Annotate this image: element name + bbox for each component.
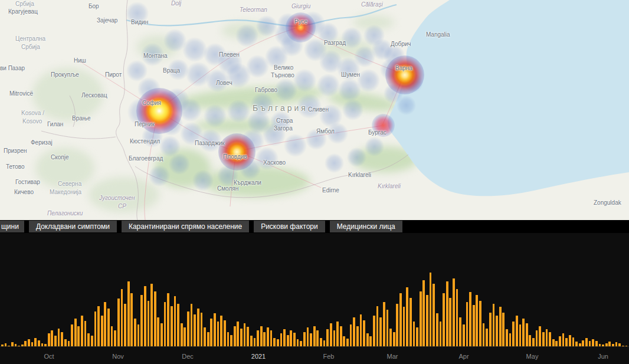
chart-bar (184, 327, 186, 347)
chart-bar (320, 338, 322, 347)
chart-bar (436, 313, 438, 347)
heat-point (300, 11, 325, 36)
map-label: Призрен (4, 147, 27, 154)
chart-bar (360, 314, 362, 347)
chart-bar (130, 293, 133, 347)
terrain-patch (35, 147, 94, 189)
heat-point (192, 170, 214, 191)
map-label: Македонија (50, 189, 81, 195)
chart-bar (244, 323, 246, 347)
map-label: Гостивар (15, 179, 40, 185)
heat-point (354, 46, 375, 67)
heat-point (255, 147, 279, 170)
heat-point (126, 2, 149, 25)
map-label: Бор (89, 3, 99, 9)
chart-bar (565, 338, 568, 347)
chart-bar (220, 316, 222, 347)
chart-bar (479, 301, 481, 347)
chart-bar (469, 292, 471, 347)
heat-point (206, 69, 229, 92)
map-label: СР (118, 203, 126, 209)
tab-quarantined-vs-population[interactable]: Карантинирани спрямо население (122, 221, 249, 232)
chart-bar (307, 327, 309, 347)
heat-point (126, 60, 148, 81)
timeline-chart-panel[interactable]: OctNovDec2021FebMarAprMayJun (0, 233, 629, 364)
chart-bar (293, 333, 296, 347)
chart-bar (160, 323, 163, 347)
heat-point (160, 113, 183, 136)
heat-point (199, 129, 222, 152)
heat-point (274, 23, 297, 46)
heat-point (284, 134, 307, 157)
chart-bar (140, 295, 143, 347)
tab-risk-factors[interactable]: Рискови фактори (254, 221, 325, 232)
covid-dashboard: България СрбијаКрагујевацБорЗајечарВидин… (0, 0, 629, 364)
chart-bar (254, 338, 256, 347)
map-label: Zonguldak (594, 199, 621, 206)
chart-bar (104, 302, 106, 347)
chart-bar (512, 322, 515, 347)
map-label: Скопје (51, 154, 68, 160)
terrain-patch (319, 39, 375, 58)
chart-bar (97, 306, 100, 347)
chart-bar (409, 298, 412, 347)
tab-clipped-left[interactable]: щини (0, 221, 24, 232)
chart-bar (114, 330, 116, 347)
heat-hotspot (286, 12, 316, 42)
chart-bar (61, 332, 63, 347)
map-label: Перник (135, 121, 155, 127)
chart-bar (376, 306, 379, 347)
heat-point (163, 29, 186, 52)
chart-bar (496, 316, 498, 347)
chart-bar (346, 339, 349, 347)
heat-point (141, 43, 164, 66)
map-label: Ниш (74, 57, 86, 64)
chart-bar (247, 327, 249, 347)
chart-bar (453, 278, 455, 347)
chart-bar (111, 326, 113, 347)
chart-bar (197, 309, 199, 347)
chart-bar (167, 293, 169, 347)
chart-bar (330, 323, 332, 347)
chart-bar (81, 316, 83, 347)
map-label: Србија (21, 44, 40, 50)
map-labels: България СрбијаКрагујевацБорЗајечарВидин… (0, 0, 629, 220)
chart-bar (174, 296, 176, 347)
tab-reported-symptoms[interactable]: Докладвани симптоми (29, 221, 117, 232)
heat-point (384, 45, 405, 66)
map-label: Стара (276, 117, 293, 124)
chart-bar (473, 305, 475, 347)
map-view[interactable]: България СрбијаКрагујевацБорЗајечарВидин… (0, 0, 629, 220)
heat-point (168, 59, 189, 80)
tab-medical-staff[interactable]: Медицински лица (330, 221, 402, 232)
heat-hotspot (218, 133, 255, 170)
heat-point (317, 22, 339, 44)
heat-point (277, 13, 299, 34)
heat-point (235, 24, 258, 47)
heat-point (327, 123, 348, 144)
heat-point (384, 84, 403, 103)
chart-bar (127, 281, 130, 347)
chart-bar (326, 329, 329, 347)
chart-bar (124, 304, 126, 347)
chart-bar (572, 337, 575, 347)
chart-bar (237, 322, 239, 347)
map-label: Mangalia (426, 31, 450, 38)
map-label: Edirne (322, 187, 339, 194)
chart-bar (214, 313, 216, 347)
chart-bar (522, 319, 525, 347)
chart-bar (356, 326, 359, 347)
chart-bar (333, 330, 336, 347)
heat-point (149, 165, 170, 186)
chart-bar (187, 311, 189, 347)
chart-bar (250, 336, 253, 347)
chart-bar (506, 329, 508, 347)
chart-bar (34, 338, 37, 347)
chart-bar (148, 301, 150, 347)
chart-bar (263, 332, 266, 347)
chart-bar (177, 304, 179, 347)
chart-bar (157, 317, 159, 347)
chart-bar (303, 332, 306, 347)
heat-point (256, 15, 277, 37)
chart-bar (201, 313, 203, 347)
